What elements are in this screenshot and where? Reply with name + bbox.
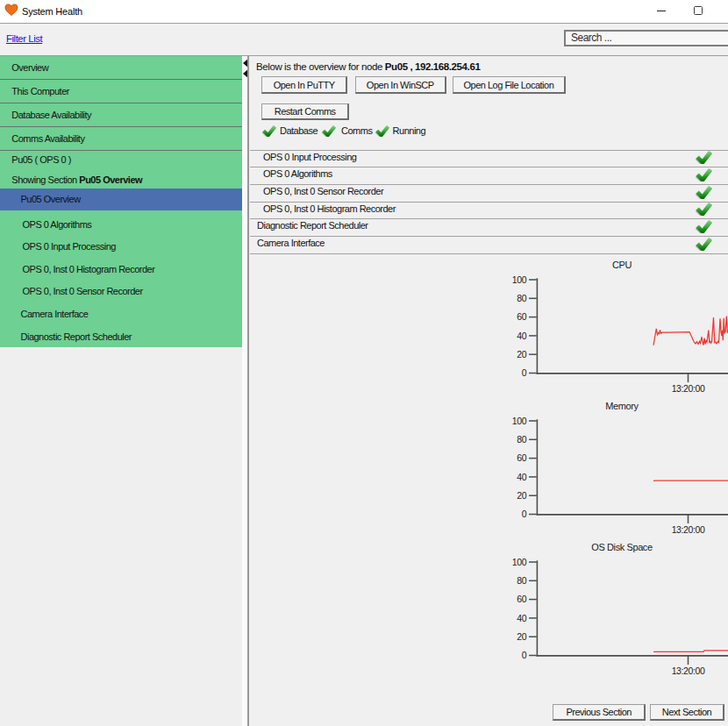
svg-text:CPU: CPU	[612, 260, 632, 270]
svg-text:80: 80	[517, 434, 526, 445]
svg-text:60: 60	[517, 594, 526, 604]
svg-text:40: 40	[517, 613, 526, 623]
svg-text:100: 100	[512, 416, 527, 426]
svg-text:0: 0	[522, 650, 527, 660]
svg-text:13:20:00: 13:20:00	[672, 666, 705, 676]
svg-text:20: 20	[517, 490, 526, 501]
svg-text:40: 40	[517, 331, 526, 341]
svg-text:OS Disk Space: OS Disk Space	[591, 542, 653, 552]
svg-text:13:20:00: 13:20:00	[672, 524, 705, 535]
svg-text:60: 60	[517, 452, 526, 463]
svg-text:80: 80	[517, 293, 526, 303]
svg-text:13:20:00: 13:20:00	[672, 383, 705, 394]
svg-text:20: 20	[517, 349, 526, 359]
svg-text:0: 0	[522, 367, 527, 378]
svg-text:60: 60	[517, 311, 526, 322]
svg-text:20: 20	[517, 631, 526, 642]
svg-text:100: 100	[512, 557, 527, 567]
svg-text:Memory: Memory	[605, 401, 639, 411]
svg-text:0: 0	[522, 509, 527, 519]
svg-text:80: 80	[517, 575, 526, 586]
svg-text:100: 100	[512, 274, 527, 285]
svg-text:40: 40	[517, 472, 526, 482]
